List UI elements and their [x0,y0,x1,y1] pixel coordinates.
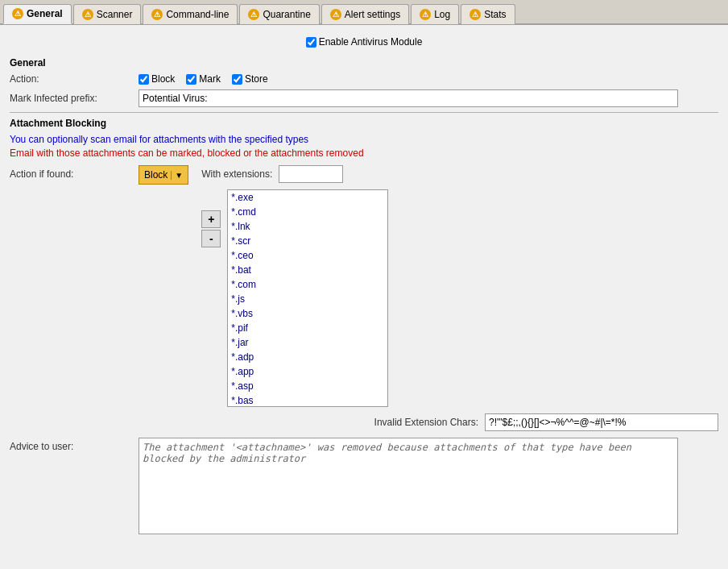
list-item[interactable]: *.pif [228,321,387,335]
list-item[interactable]: *.scr [228,234,387,248]
enable-module-checkbox[interactable] [306,37,316,48]
dropdown-arrow-icon: ▼ [171,171,183,180]
action-label: Action: [10,73,139,85]
list-item[interactable]: *.lnk [228,219,387,234]
tab-icon-stats: ⚠ [469,9,481,20]
action-store-text: Store [245,73,268,85]
list-item[interactable]: *.js [228,292,387,306]
action-mark-label[interactable]: Mark [186,73,221,85]
tab-commandline[interactable]: ⚠ Command-line [143,4,238,24]
list-item[interactable]: *.bas [228,393,387,407]
divider-1 [10,112,718,113]
action-extensions-row: Action if found: Block ▼ With extensions… [10,165,718,407]
list-item[interactable]: *.asp [228,379,387,393]
attachment-info1: You can optionally scan email for attach… [10,134,718,145]
tab-icon-scanner: ⚠ [82,9,93,20]
action-row: Action: Block Mark Store [10,73,718,85]
list-item[interactable]: *.adp [228,350,387,364]
enable-module-checkbox-label[interactable]: Enable Antivirus Module [306,36,423,48]
action-if-found-value: Block [144,169,168,181]
advice-row: Advice to user: [10,438,718,534]
attachment-info2: Email with those attachments can be mark… [10,147,718,159]
tab-quarantine-label: Quarantine [263,9,310,20]
tab-commandline-label: Command-line [166,9,229,20]
action-if-found-label: Action if found: [10,165,139,180]
extensions-list-row: + - *.exe*.cmd*.lnk*.scr*.ceo*.bat*.com*… [201,189,388,407]
action-store-checkbox[interactable] [232,74,242,85]
tab-bar: ⚠ General ⚠ Scanner ⚠ Command-line ⚠ Qua… [0,0,728,25]
tab-icon-alertsettings: ⚠ [330,9,341,20]
attachment-blocking-header: Attachment Blocking [10,118,718,129]
general-section-header: General [10,57,718,69]
tab-quarantine[interactable]: ⚠ Quarantine [239,4,319,24]
tab-icon-quarantine: ⚠ [248,9,259,20]
tab-stats[interactable]: ⚠ Stats [461,4,515,24]
tab-scanner-label: Scanner [97,9,133,20]
mark-infected-label: Mark Infected prefix: [10,93,139,104]
action-controls: Block ▼ With extensions: + - *.exe*.cmd*… [139,165,388,407]
tab-icon-general: ⚠ [12,8,23,19]
advice-label: Advice to user: [10,438,139,452]
tab-alertsettings-label: Alert settings [345,9,400,20]
action-store-label[interactable]: Store [232,73,268,85]
tab-icon-commandline: ⚠ [151,9,163,20]
tab-alertsettings[interactable]: ⚠ Alert settings [321,4,409,24]
enable-module-row: Enable Antivirus Module [10,31,718,54]
mark-infected-row: Mark Infected prefix: [10,89,718,107]
invalid-chars-label: Invalid Extension Chars: [10,417,485,428]
tab-log[interactable]: ⚠ Log [411,4,459,24]
main-content: Enable Antivirus Module General Action: … [0,25,728,569]
list-item[interactable]: *.ceo [228,248,387,263]
action-block-checkbox[interactable] [139,74,149,85]
list-item[interactable]: *.vbs [228,306,387,321]
tab-log-label: Log [434,9,450,20]
action-block-text: Block [151,73,175,85]
tab-general[interactable]: ⚠ General [3,4,72,24]
tab-general-label: General [27,8,63,19]
mark-infected-input[interactable] [139,89,678,107]
tab-stats-label: Stats [484,9,506,20]
remove-extension-button[interactable]: - [201,230,221,247]
with-extensions-label: With extensions: [201,168,279,180]
action-if-found-dropdown[interactable]: Block ▼ [139,165,188,185]
extensions-section: With extensions: + - *.exe*.cmd*.lnk*.sc… [201,165,388,407]
list-item[interactable]: *.cmd [228,205,387,219]
list-item[interactable]: *.jar [228,335,387,350]
action-mark-checkbox[interactable] [186,74,196,85]
list-item[interactable]: *.app [228,364,387,379]
action-mark-text: Mark [199,73,221,85]
action-block-label[interactable]: Block [139,73,175,85]
tab-icon-log: ⚠ [420,9,431,20]
advice-textarea[interactable] [139,438,678,534]
action-checkbox-group: Block Mark Store [139,73,268,85]
enable-module-label: Enable Antivirus Module [319,36,423,48]
extensions-list[interactable]: *.exe*.cmd*.lnk*.scr*.ceo*.bat*.com*.js*… [227,189,388,407]
invalid-chars-input[interactable] [485,413,718,431]
extension-input-field[interactable] [279,165,343,183]
list-item[interactable]: *.bat [228,263,387,277]
add-extension-button[interactable]: + [201,210,221,228]
invalid-chars-row: Invalid Extension Chars: [10,413,718,431]
tab-scanner[interactable]: ⚠ Scanner [73,4,142,24]
list-item[interactable]: *.exe [228,190,387,205]
list-item[interactable]: *.com [228,277,387,292]
add-remove-buttons: + - [201,210,221,247]
